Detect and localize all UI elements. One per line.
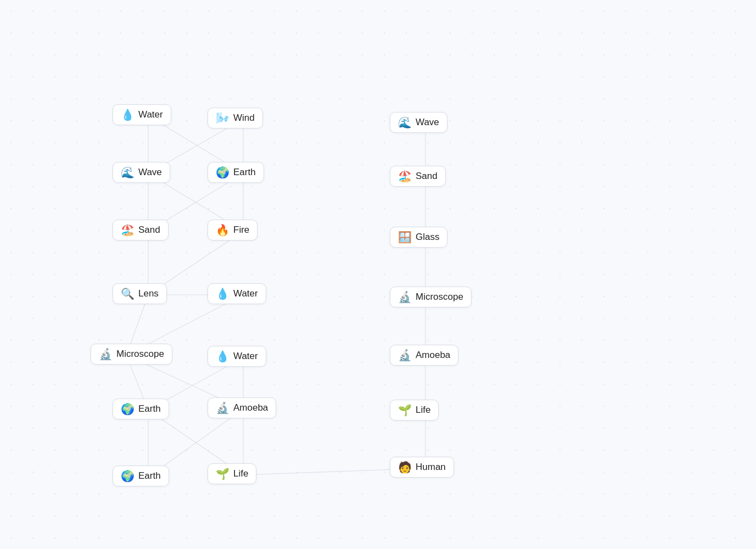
label-life2: Life (416, 405, 430, 416)
label-fire1: Fire (233, 225, 249, 236)
icon-earth3: 🌍 (121, 470, 135, 481)
node-earth3[interactable]: 🌍Earth (113, 466, 169, 486)
label-human1: Human (416, 462, 446, 473)
icon-microscope1: 🔬 (99, 349, 113, 360)
node-water3[interactable]: 💧Water (208, 346, 266, 367)
icon-earth2: 🌍 (121, 404, 135, 414)
label-glass1: Glass (416, 232, 439, 243)
node-microscope2[interactable]: 🔬Microscope (390, 287, 472, 307)
label-life1: Life (233, 468, 248, 479)
icon-wind1: 🌬️ (216, 113, 229, 124)
node-sand2[interactable]: 🏖️Sand (390, 166, 446, 187)
label-earth2: Earth (138, 404, 161, 414)
label-water1: Water (138, 109, 163, 120)
icon-microscope2: 🔬 (398, 292, 412, 302)
icon-amoeba1: 🔬 (216, 402, 229, 413)
node-glass1[interactable]: 🪟Glass (390, 227, 447, 248)
node-microscope1[interactable]: 🔬Microscope (91, 344, 172, 365)
icon-life1: 🌱 (216, 468, 229, 479)
icon-glass1: 🪟 (398, 232, 412, 243)
icon-wave2: 🌊 (398, 117, 412, 128)
icon-human1: 🧑 (398, 462, 412, 473)
label-sand1: Sand (138, 225, 160, 236)
node-human1[interactable]: 🧑Human (390, 457, 454, 478)
node-life2[interactable]: 🌱Life (390, 400, 439, 421)
label-sand2: Sand (416, 171, 438, 182)
label-microscope1: Microscope (116, 349, 164, 360)
icon-sand2: 🏖️ (398, 171, 412, 182)
node-life1[interactable]: 🌱Life (208, 463, 256, 484)
node-lens1[interactable]: 🔍Lens (113, 283, 167, 304)
icon-amoeba2: 🔬 (398, 350, 412, 361)
node-wave1[interactable]: 🌊Wave (113, 162, 170, 183)
label-amoeba2: Amoeba (416, 350, 450, 361)
icon-lens1: 🔍 (121, 288, 135, 299)
node-water2[interactable]: 💧Water (208, 283, 266, 304)
label-earth1: Earth (233, 167, 256, 178)
node-wind1[interactable]: 🌬️Wind (208, 108, 263, 128)
icon-wave1: 🌊 (121, 167, 135, 178)
node-amoeba1[interactable]: 🔬Amoeba (208, 397, 276, 418)
node-earth1[interactable]: 🌍Earth (208, 162, 264, 183)
node-amoeba2[interactable]: 🔬Amoeba (390, 345, 458, 366)
node-sand1[interactable]: 🏖️Sand (113, 220, 169, 240)
node-earth2[interactable]: 🌍Earth (113, 399, 169, 419)
connections-svg (0, 0, 756, 549)
icon-water3: 💧 (216, 351, 229, 362)
node-fire1[interactable]: 🔥Fire (208, 220, 257, 240)
label-water3: Water (233, 351, 258, 362)
icon-earth1: 🌍 (216, 167, 229, 178)
icon-water2: 💧 (216, 288, 229, 299)
label-amoeba1: Amoeba (233, 402, 268, 413)
node-water1[interactable]: 💧Water (113, 104, 171, 125)
icon-fire1: 🔥 (216, 225, 229, 236)
label-microscope2: Microscope (416, 292, 463, 302)
node-wave2[interactable]: 🌊Wave (390, 112, 447, 133)
label-wind1: Wind (233, 113, 255, 124)
icon-sand1: 🏖️ (121, 225, 135, 236)
label-earth3: Earth (138, 470, 161, 481)
label-lens1: Lens (138, 288, 159, 299)
icon-water1: 💧 (121, 109, 135, 120)
icon-life2: 🌱 (398, 405, 412, 416)
label-wave2: Wave (416, 117, 439, 128)
label-wave1: Wave (138, 167, 162, 178)
label-water2: Water (233, 288, 258, 299)
